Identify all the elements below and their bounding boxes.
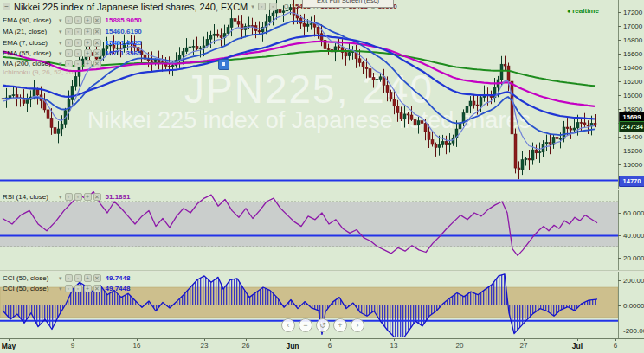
hide-icon[interactable]: ◦	[65, 16, 73, 24]
hide-icon[interactable]: ◦	[65, 49, 73, 57]
price-tick-mark	[618, 164, 621, 165]
chevron-down-icon[interactable]: ▾	[59, 50, 62, 57]
chevron-down-icon[interactable]: ▾	[251, 3, 254, 10]
price-tick-label: 16400	[623, 64, 642, 72]
time-tick-label: 16	[133, 342, 141, 350]
legend-action-icons: ◦◦+✕	[65, 16, 101, 24]
price-tick-label: 15200	[623, 147, 642, 155]
header-tool-icon[interactable]: ◦	[258, 3, 266, 10]
scroll-left-button[interactable]: ‹	[281, 318, 295, 332]
time-axis-border	[0, 338, 644, 339]
legend-action-icons: ◦◦+✕	[65, 60, 101, 67]
hide-icon[interactable]: ◦	[65, 193, 73, 201]
chevron-down-icon[interactable]: ▾	[59, 286, 62, 292]
remove-icon[interactable]: ✕	[93, 193, 101, 201]
add-icon[interactable]: +	[84, 193, 92, 201]
legend-action-icons: ◦◦+✕	[65, 49, 101, 57]
legend-row-rsi[interactable]: RSI (14, close) ▾ ◦◦+✕ 51.1891	[3, 192, 130, 202]
chevron-down-icon[interactable]: ▾	[59, 275, 62, 282]
header-tool-icon[interactable]: ◦	[269, 3, 277, 10]
realtime-status: ●realtime	[567, 7, 599, 15]
indicator-value: 15460.6190	[106, 28, 142, 35]
remove-icon[interactable]: ✕	[93, 285, 101, 292]
add-icon[interactable]: +	[84, 274, 92, 282]
settings-icon[interactable]: ◦	[74, 16, 82, 24]
chevron-down-icon[interactable]: ▾	[59, 29, 62, 35]
price-tick-label: 15000	[623, 161, 642, 169]
rsi-tick-mark	[618, 213, 621, 214]
remove-icon[interactable]: ✕	[93, 274, 101, 282]
legend-action-icons: ◦◦+✕	[65, 39, 101, 47]
legend-row-ema90[interactable]: EMA (90, close) ▾ ◦◦+✕ 15885.9050	[3, 16, 142, 25]
hide-icon[interactable]: ◦	[65, 39, 73, 47]
zoom-out-button[interactable]: −	[299, 318, 312, 332]
add-icon[interactable]: +	[84, 39, 92, 47]
reset-view-button[interactable]: ↺	[316, 318, 330, 332]
legend-row-ema7[interactable]: EMA (7, close) ▾ ◦◦+✕ 15401.6425	[3, 38, 142, 48]
time-tick-label: 9	[71, 342, 74, 350]
legend-row-ma21[interactable]: MA (21, close) ▾ ◦◦+✕ 15460.6190	[3, 27, 142, 36]
settings-icon[interactable]: ◦	[74, 60, 82, 67]
add-icon[interactable]: +	[84, 28, 92, 35]
remove-icon[interactable]: ✕	[93, 16, 101, 24]
chevron-down-icon[interactable]: ▾	[59, 61, 62, 67]
time-tick-label: May	[2, 342, 16, 350]
exit-fullscreen-tooltip[interactable]: Exit Full Screen (Esc)	[302, 0, 394, 8]
remove-icon[interactable]: ✕	[93, 60, 101, 67]
hide-icon[interactable]: ◦	[65, 274, 73, 282]
price-tick-mark	[618, 81, 621, 82]
indicator-label: MA (200, close)	[3, 60, 56, 67]
chevron-down-icon[interactable]: ▾	[59, 194, 62, 201]
indicator-label: CCI (50, close)	[3, 285, 56, 292]
indicator-value: 49.7448	[106, 274, 131, 282]
legend-row-ichimoku[interactable]: Ichimoku (9, 26, 52, 26)	[3, 67, 75, 77]
chevron-down-icon[interactable]: ▾	[59, 17, 62, 24]
indicator-label: EMA (55, close)	[3, 49, 56, 57]
rsi-pane[interactable]	[0, 191, 618, 270]
time-tick-label: 26	[242, 342, 250, 350]
remove-icon[interactable]: ✕	[93, 49, 101, 57]
indicator-label: EMA (90, close)	[3, 16, 56, 24]
zoom-in-button[interactable]: +	[333, 318, 347, 332]
add-icon[interactable]: +	[84, 60, 92, 67]
legend-row-ema55[interactable]: EMA (55, close) ▾ ◦◦+✕ 15711.3565	[3, 48, 141, 58]
add-icon[interactable]: +	[84, 49, 92, 57]
settings-icon[interactable]: ◦	[74, 193, 82, 201]
scroll-right-button[interactable]: ›	[351, 318, 364, 332]
pane-separator[interactable]	[0, 189, 644, 190]
settings-icon[interactable]: ◦	[74, 49, 82, 57]
price-tick-label: 16000	[623, 92, 642, 99]
symbol-title[interactable]: Nikkei 225 index of Japanese listed shar…	[14, 2, 248, 12]
rsi-tick-label: 60.0000	[623, 209, 644, 217]
remove-icon[interactable]: ✕	[93, 39, 101, 47]
remove-icon[interactable]: ✕	[93, 28, 101, 35]
horizontal-line-price-badge: 14770	[619, 176, 644, 187]
cci-tick-mark	[618, 280, 621, 281]
indicator-label: MA (21, close)	[3, 28, 56, 35]
add-icon[interactable]: +	[84, 285, 92, 292]
settings-icon[interactable]: ◦	[74, 28, 82, 35]
indicator-label: EMA (7, close)	[3, 39, 56, 47]
legend-row-cci-2[interactable]: CCI (50, close) ▾ ◦◦+✕ 49.7448	[3, 284, 130, 293]
legend-action-icons: ◦◦+✕	[65, 274, 101, 282]
settings-icon[interactable]: ◦	[74, 274, 82, 282]
collapse-icon[interactable]: −	[3, 3, 10, 10]
idea-marker-icon[interactable]	[218, 59, 229, 70]
realtime-dot-icon: ●	[567, 8, 570, 14]
chevron-down-icon[interactable]: ▾	[59, 40, 62, 47]
hide-icon[interactable]: ◦	[65, 28, 73, 35]
pane-separator[interactable]	[0, 270, 644, 272]
settings-icon[interactable]: ◦	[74, 39, 82, 47]
legend-row-cci-1[interactable]: CCI (50, close) ▾ ◦◦+✕ 49.7448	[3, 273, 130, 283]
add-icon[interactable]: +	[84, 16, 92, 24]
hide-icon[interactable]: ◦	[65, 60, 73, 67]
price-tick-label: 17000	[623, 22, 642, 30]
time-tick-label: 6	[328, 342, 332, 350]
cci-tick-mark	[618, 331, 621, 331]
settings-icon[interactable]: ◦	[74, 285, 82, 292]
hide-icon[interactable]: ◦	[65, 285, 73, 292]
price-tick-mark	[618, 26, 621, 27]
rsi-tick-mark	[618, 235, 621, 236]
rsi-tick-mark	[618, 258, 621, 259]
price-tick-mark	[618, 109, 621, 110]
